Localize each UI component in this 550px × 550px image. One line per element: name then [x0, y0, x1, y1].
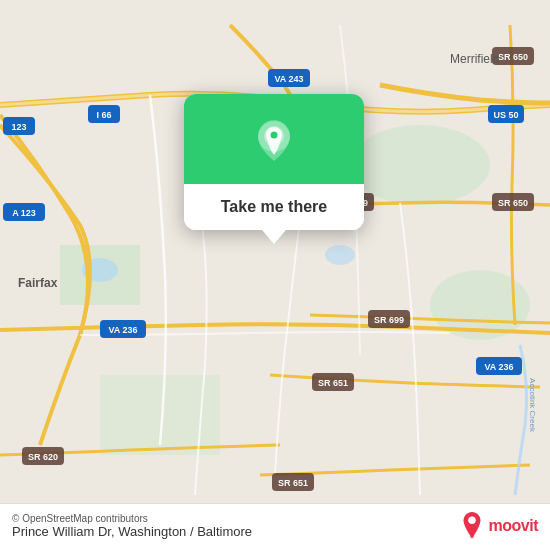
bottom-bar: © OpenStreetMap contributors Prince Will…: [0, 503, 550, 550]
svg-text:Accotink Creek: Accotink Creek: [528, 378, 537, 433]
svg-point-1: [350, 125, 490, 205]
svg-text:SR 651: SR 651: [318, 378, 348, 388]
svg-text:I 66: I 66: [96, 110, 111, 120]
map-container: I 66 VA 243 US 50 SR 650 123 A 123 SR 69…: [0, 0, 550, 550]
address-label: Prince William Dr, Washington / Baltimor…: [12, 524, 252, 539]
svg-text:SR 699: SR 699: [374, 315, 404, 325]
bottom-info: © OpenStreetMap contributors Prince Will…: [12, 513, 252, 539]
osm-credit: © OpenStreetMap contributors: [12, 513, 252, 524]
moovit-brand-icon: [458, 510, 486, 542]
svg-text:VA 243: VA 243: [274, 74, 303, 84]
svg-text:US 50: US 50: [493, 110, 518, 120]
svg-text:Fairfax: Fairfax: [18, 276, 58, 290]
svg-text:SR 651: SR 651: [278, 478, 308, 488]
svg-text:Merrifield: Merrifield: [450, 52, 499, 66]
svg-text:SR 620: SR 620: [28, 452, 58, 462]
moovit-text: moovit: [489, 517, 538, 535]
take-me-there-button[interactable]: Take me there: [184, 184, 364, 230]
svg-point-41: [271, 132, 278, 139]
svg-text:VA 236: VA 236: [108, 325, 137, 335]
svg-text:SR 650: SR 650: [498, 198, 528, 208]
svg-text:123: 123: [11, 122, 26, 132]
svg-text:VA 236: VA 236: [484, 362, 513, 372]
svg-text:A 123: A 123: [12, 208, 36, 218]
svg-text:SR 650: SR 650: [498, 52, 528, 62]
moovit-logo: moovit: [458, 510, 538, 542]
svg-point-5: [325, 245, 355, 265]
map-roads: I 66 VA 243 US 50 SR 650 123 A 123 SR 69…: [0, 0, 550, 550]
popup-icon-area: [184, 94, 364, 184]
location-pin-icon: [252, 117, 296, 161]
popup-card: Take me there: [184, 94, 364, 230]
svg-point-43: [469, 534, 474, 539]
svg-point-42: [468, 517, 476, 525]
